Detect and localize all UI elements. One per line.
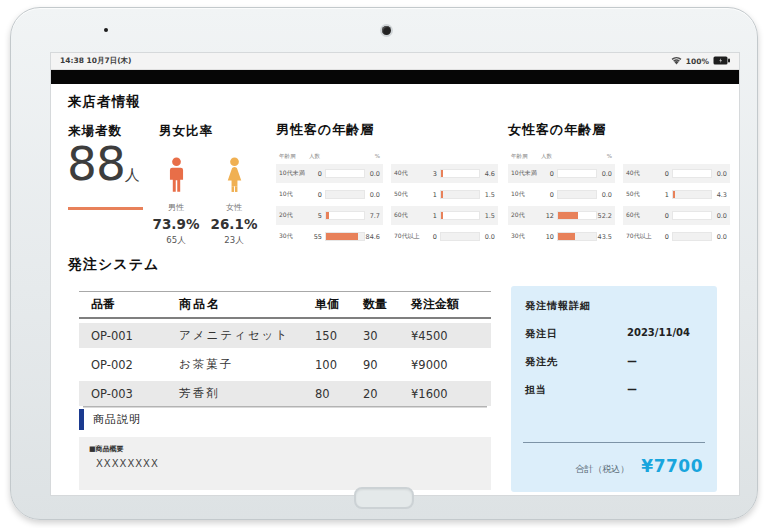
order-total-value: ¥7700	[641, 456, 703, 476]
age-group-label: 40代	[394, 169, 424, 178]
count-col-header: 人数	[309, 153, 322, 160]
battery-icon	[713, 56, 730, 67]
age-group-label: 40代	[626, 169, 656, 178]
bar-track	[672, 169, 712, 178]
app-header-bar	[51, 70, 739, 84]
bar-fill	[326, 233, 358, 240]
bar-fill	[441, 212, 443, 219]
count-value: 0	[656, 212, 669, 220]
order-table-body: OP-001アメニティセット15030¥4500OP-002お茶菓子10090¥…	[79, 323, 491, 406]
table-cell: 20	[357, 387, 405, 401]
chart-row: 10代未満00.0	[508, 164, 615, 183]
pct-col-header: %	[325, 153, 380, 159]
chart-row: 10代00.0	[276, 185, 383, 204]
table-cell: 100	[309, 358, 357, 372]
chart-row: 40代00.0	[623, 164, 730, 183]
count-value: 0	[309, 191, 322, 199]
status-bar: 14:38 10月7日(木) 100%	[51, 53, 739, 70]
bar-fill	[326, 212, 329, 219]
age-col-header: 年齢層	[511, 153, 541, 160]
chart-row: 30代5584.6	[276, 227, 383, 246]
chart-left-column: 年齢層 人数 % 10代未満00.010代00.020代1252.230代104…	[508, 150, 615, 248]
detail-field-row: 担当ー	[525, 383, 703, 397]
female-percent: 26.1%	[205, 216, 263, 232]
table-cell: アメニティセット	[169, 328, 309, 343]
pct-value: 1.5	[480, 212, 495, 220]
chart-title: 男性客の年齢層	[276, 121, 498, 139]
gender-ratio-label: 男女比率	[159, 123, 213, 140]
bar-track	[440, 190, 480, 199]
order-detail-title: 発注情報詳細	[525, 299, 703, 313]
female-label: 女性	[205, 202, 263, 213]
count-value: 0	[309, 170, 322, 178]
count-value: 12	[541, 212, 554, 220]
bar-track	[440, 211, 480, 220]
bar-track	[325, 211, 365, 220]
bar-fill	[673, 191, 675, 198]
table-cell: 150	[309, 329, 357, 343]
chart-row: 70代以上00.0	[391, 227, 498, 246]
pct-value: 0.0	[480, 233, 495, 241]
pct-value: 0.0	[712, 170, 727, 178]
age-col-header: 年齢層	[279, 153, 309, 160]
table-cell: ¥9000	[405, 358, 491, 372]
table-cell: 80	[309, 387, 357, 401]
count-value: 0	[541, 170, 554, 178]
male-person-icon	[164, 180, 189, 199]
age-group-label: 10代未満	[279, 169, 309, 178]
pct-value: 4.6	[480, 170, 495, 178]
male-age-chart: 男性客の年齢層 年齢層 人数 % 10代未満00.010代00.020代57.7…	[276, 121, 498, 248]
male-ratio-block: 男性 73.9% 65人	[147, 157, 205, 247]
age-group-label: 30代	[279, 232, 309, 241]
column-header: 商品名	[169, 296, 309, 313]
age-group-label: 50代	[394, 190, 424, 199]
age-group-label: 70代以上	[394, 232, 424, 241]
detail-field-value: ー	[627, 355, 637, 369]
chart-row: 30代1043.5	[508, 227, 615, 246]
bar-track	[440, 232, 480, 241]
order-table-row[interactable]: OP-001アメニティセット15030¥4500	[79, 323, 491, 348]
age-group-label: 70代以上	[626, 232, 656, 241]
battery-percent: 100%	[686, 57, 709, 66]
detail-field-row: 発注先ー	[525, 355, 703, 369]
count-value: 0	[656, 170, 669, 178]
order-table-row[interactable]: OP-003芳香剤8020¥1600	[79, 381, 491, 406]
table-cell: OP-002	[79, 358, 169, 372]
pct-value: 0.0	[365, 170, 380, 178]
detail-field-value: 2023/11/04	[627, 327, 690, 341]
pct-value: 43.5	[597, 233, 612, 241]
wifi-icon	[671, 56, 682, 67]
pct-value: 4.3	[712, 191, 727, 199]
count-value: 5	[309, 212, 322, 220]
bar-track	[557, 169, 597, 178]
order-detail-panel: 発注情報詳細 発注日2023/11/04発注先ー担当ー 合計（税込） ¥7700	[511, 286, 717, 492]
bar-track	[325, 232, 365, 241]
light-sensor-dot	[104, 28, 108, 32]
chart-left-column: 年齢層 人数 % 10代未満00.010代00.020代57.730代5584.…	[276, 150, 383, 248]
visitor-count-unit: 人	[125, 166, 140, 184]
bar-fill	[441, 170, 443, 177]
count-value: 0	[541, 191, 554, 199]
chart-row: 60代00.0	[623, 206, 730, 225]
pct-value: 84.6	[365, 233, 380, 241]
table-cell: OP-001	[79, 329, 169, 343]
front-camera	[382, 26, 391, 35]
count-value: 1	[656, 191, 669, 199]
table-cell: お茶菓子	[169, 357, 309, 372]
home-button[interactable]	[354, 487, 414, 509]
bar-track	[672, 211, 712, 220]
age-group-label: 30代	[511, 232, 541, 241]
order-table: 品番商品名単価数量発注金額 OP-001アメニティセット15030¥4500OP…	[79, 291, 491, 406]
pct-col-header: %	[557, 153, 612, 159]
order-total-label: 合計（税込）	[575, 463, 629, 476]
chart-right-column: 40代34.650代11.560代11.570代以上00.0	[391, 150, 498, 248]
male-label: 男性	[147, 202, 205, 213]
order-detail-divider	[523, 442, 705, 443]
bar-track	[672, 232, 712, 241]
chart-row: 20代1252.2	[508, 206, 615, 225]
detail-field-label: 発注先	[525, 355, 627, 369]
chart-right-column: 40代00.050代14.360代00.070代以上00.0	[623, 150, 730, 248]
count-value: 0	[656, 233, 669, 241]
pct-value: 1.5	[480, 191, 495, 199]
order-table-row[interactable]: OP-002お茶菓子10090¥9000	[79, 352, 491, 377]
